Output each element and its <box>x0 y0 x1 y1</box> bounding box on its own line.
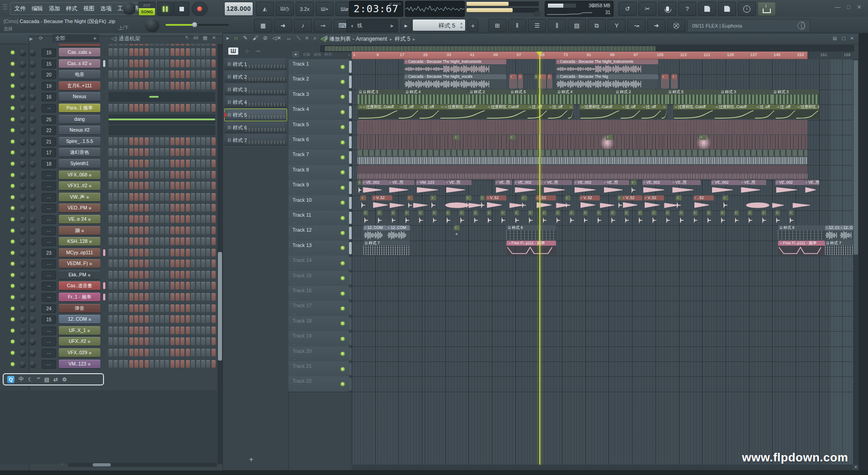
clip-c12[interactable]: ⊦12..COM <box>840 225 853 240</box>
volume-knob[interactable] <box>30 61 36 67</box>
step-cell[interactable] <box>165 327 169 334</box>
step-cell[interactable] <box>113 48 118 56</box>
step-cell[interactable] <box>165 227 169 234</box>
channel-button[interactable]: Para..1 频率 <box>59 104 100 112</box>
step-cell[interactable] <box>150 82 154 90</box>
track-lane[interactable] <box>352 376 853 391</box>
clip-m9u[interactable]: ⊦VE..用 <box>388 180 415 195</box>
clip-m9u[interactable]: ⊦VE..用 <box>671 180 701 195</box>
clip-autO[interactable]: ⊸过..off <box>641 104 661 119</box>
step-cell[interactable] <box>129 249 133 256</box>
step-cell[interactable] <box>180 171 184 179</box>
step-cell[interactable] <box>155 360 159 368</box>
step-cell[interactable] <box>108 360 113 368</box>
track-led[interactable] <box>341 261 344 265</box>
step-cell[interactable] <box>180 104 184 112</box>
pan-knob[interactable] <box>20 272 26 278</box>
step-cell[interactable] <box>139 260 143 267</box>
step-cell[interactable] <box>206 249 210 256</box>
mixer-track-number[interactable]: 15 <box>42 48 56 57</box>
delete-icon[interactable]: ⊘ <box>263 35 268 41</box>
clip-m11[interactable]: ⊦ <box>487 210 491 225</box>
clip-dk10[interactable] <box>793 202 810 209</box>
channel-select-strip[interactable] <box>103 160 105 167</box>
pan-knob[interactable] <box>20 339 26 345</box>
menu-item-编辑[interactable]: 编辑 <box>32 5 43 13</box>
step-cell[interactable] <box>191 282 195 290</box>
step-cell[interactable] <box>145 327 149 334</box>
step-cell[interactable] <box>113 215 118 223</box>
step-cell[interactable] <box>113 82 118 90</box>
mixer-track-number[interactable]: 19 <box>42 82 56 90</box>
volume-knob[interactable] <box>30 161 36 167</box>
step-cell[interactable] <box>160 193 164 201</box>
channel-button[interactable]: Cas..s #2≋ <box>59 59 100 68</box>
step-cell[interactable] <box>175 148 179 156</box>
close-icon[interactable]: ✕ <box>850 36 854 41</box>
step-cell[interactable] <box>206 304 210 312</box>
step-cell[interactable] <box>175 293 179 301</box>
channel-select-strip[interactable] <box>103 138 105 145</box>
mixer-track-number[interactable]: 24 <box>42 304 56 313</box>
step-cell[interactable] <box>129 193 133 201</box>
step-cell[interactable] <box>145 249 149 256</box>
step-cell[interactable] <box>165 193 169 201</box>
step-cell[interactable] <box>186 260 190 267</box>
step-cell[interactable] <box>134 327 138 334</box>
clip-m10r[interactable]: ⊦..52 <box>693 195 714 210</box>
undo-icon[interactable]: ↰ <box>184 35 189 41</box>
step-cell[interactable] <box>150 349 154 356</box>
step-cell[interactable] <box>150 315 154 323</box>
step-cell[interactable] <box>124 282 128 290</box>
select-icon[interactable]: ⌗ <box>305 35 308 41</box>
track-led[interactable] <box>341 292 344 295</box>
clip-fragB[interactable]: ⊦ <box>454 135 460 149</box>
step-cell[interactable] <box>175 160 179 167</box>
main-volume-knob[interactable] <box>123 2 136 14</box>
step-cell[interactable] <box>129 160 133 167</box>
clip-texC[interactable] <box>358 150 807 164</box>
step-cell[interactable] <box>191 293 195 301</box>
clip-m10g[interactable]: ⊦ <box>430 195 436 210</box>
oscilloscope[interactable] <box>405 1 465 17</box>
step-cell[interactable] <box>134 171 138 179</box>
visualizer-icon[interactable]: ılıl <box>193 35 198 41</box>
step-cell[interactable] <box>201 271 205 279</box>
track-led[interactable] <box>341 186 344 190</box>
step-cell[interactable] <box>201 48 205 56</box>
step-cell[interactable] <box>119 260 123 267</box>
step-cell[interactable] <box>186 360 190 368</box>
clip-pat7[interactable]: 目样式 7 <box>825 241 853 255</box>
step-cell[interactable] <box>150 282 154 290</box>
pan-knob[interactable] <box>20 283 26 289</box>
pattern-item-6[interactable]: 目样式 6 <box>224 121 287 134</box>
step-cell[interactable] <box>129 82 133 90</box>
track-header[interactable]: Track 5… <box>288 120 349 135</box>
step-cell[interactable] <box>150 193 154 201</box>
step-cell[interactable] <box>212 182 216 190</box>
step-cell[interactable] <box>139 293 143 301</box>
step-cell[interactable] <box>129 327 133 334</box>
step-cell[interactable] <box>139 360 143 368</box>
step-cell[interactable] <box>165 337 169 345</box>
step-cell[interactable] <box>155 227 159 234</box>
step-cell[interactable] <box>108 182 113 190</box>
step-cell[interactable] <box>155 182 159 190</box>
step-cell[interactable] <box>134 104 138 112</box>
mixer-track-number[interactable]: 18 <box>42 160 56 168</box>
step-cell[interactable] <box>150 249 154 256</box>
channel-led[interactable] <box>11 128 14 132</box>
step-cell[interactable] <box>119 293 123 301</box>
step-cell[interactable] <box>165 271 169 279</box>
step-cell[interactable] <box>139 215 143 223</box>
step-cell[interactable] <box>134 249 138 256</box>
pan-knob[interactable] <box>20 94 26 100</box>
step-cell[interactable] <box>139 48 143 56</box>
track-header[interactable]: Track 14… <box>288 256 349 271</box>
channel-led[interactable] <box>11 329 14 332</box>
step-cell[interactable] <box>196 204 200 212</box>
step-cell[interactable] <box>113 182 118 190</box>
record-button[interactable] <box>192 2 208 16</box>
clip-dk10[interactable] <box>413 202 428 209</box>
channel-led[interactable] <box>11 73 14 76</box>
